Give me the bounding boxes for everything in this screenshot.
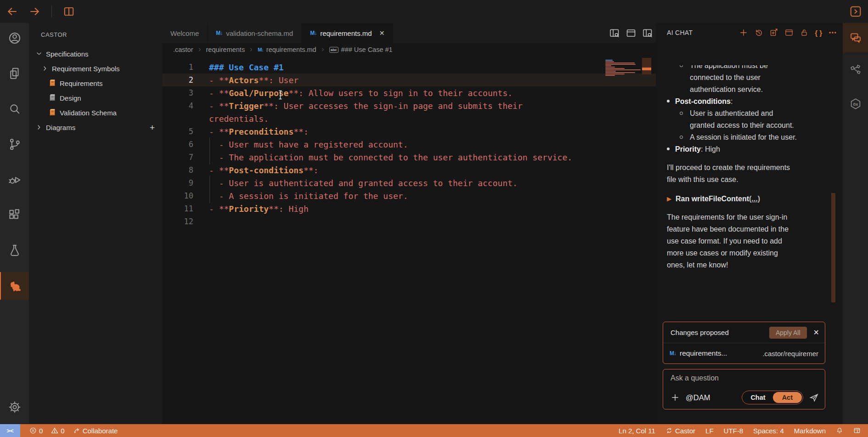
activity-item-extensions[interactable] — [0, 201, 29, 229]
code-editor[interactable]: 1### Use Case #12- **Actors**: User3- **… — [162, 56, 656, 424]
code-line[interactable]: 12 — [162, 215, 656, 228]
activity-item-account[interactable] — [0, 24, 29, 52]
right-bar-item-chat-bubbles[interactable] — [843, 23, 868, 52]
remote-indicator[interactable]: >< — [0, 424, 20, 437]
forward-arrow-icon[interactable] — [28, 6, 40, 17]
status-item-collaborate[interactable]: Collaborate — [69, 424, 122, 437]
sidebar-item-validation-schema[interactable]: Validation Schema — [29, 105, 162, 120]
status-item-markdown[interactable]: Markdown — [790, 424, 829, 437]
settings-gear-icon — [8, 400, 22, 414]
code-line[interactable]: 2- **Actors**: User — [162, 74, 656, 86]
chat-input-card: @DAM Chat Act — [663, 369, 825, 409]
code-line[interactable]: 9 - User is authenticated and granted ac… — [162, 176, 656, 189]
status-item-warning-triangle[interactable]: 0 — [47, 424, 68, 437]
mode-act[interactable]: Act — [773, 392, 802, 403]
test-flask-icon — [8, 244, 22, 257]
chat-paragraph: I'll proceed to create the requirements … — [667, 162, 834, 186]
breadcrumb-item[interactable]: .castor — [173, 46, 193, 53]
add-diagram-button[interactable]: + — [150, 123, 155, 132]
code-line[interactable]: 5- **Preconditions**: — [162, 125, 656, 138]
changed-file-name: requirements... — [680, 349, 727, 358]
split-editor-icon[interactable] — [63, 6, 75, 17]
unlock-icon[interactable] — [800, 28, 809, 37]
sidebar-item-requirements[interactable]: Requirements — [29, 76, 162, 91]
line-number: 11 — [162, 204, 193, 213]
code-line[interactable]: 7 - The application must be connected to… — [162, 151, 656, 164]
back-arrow-icon[interactable] — [6, 6, 18, 17]
code-line[interactable]: 1### Use Case #1 — [162, 61, 656, 74]
tool-call-row[interactable]: ▶Ran writeFileContent(...) — [667, 193, 834, 205]
export-file-icon[interactable] — [769, 28, 778, 37]
chat-header-icons: { } — [739, 28, 837, 37]
panel-chevron-icon[interactable] — [850, 6, 862, 17]
titlebar-divider — [51, 6, 52, 17]
code-line[interactable]: 8- **Post-conditions**: — [162, 164, 656, 176]
minimap[interactable] — [605, 60, 641, 76]
status-item-error-circle[interactable]: 0 — [26, 424, 46, 437]
chat-message: Post-conditions: — [667, 96, 834, 108]
more-icon[interactable] — [828, 28, 837, 37]
close-icon[interactable]: ✕ — [379, 29, 385, 37]
breadcrumb-item[interactable]: abc### Use Case #1 — [329, 46, 393, 53]
breadcrumb-item[interactable]: M↓requirements.md — [258, 46, 316, 53]
chevron-right-icon — [35, 124, 43, 131]
code-line[interactable]: credentials. — [162, 112, 656, 125]
status-item-ln-2-col-11[interactable]: Ln 2, Col 11 — [615, 424, 659, 437]
tool-call-args[interactable]: (...) — [749, 193, 760, 205]
sidebar-item-design[interactable]: Design — [29, 91, 162, 105]
open-preview-side-icon[interactable] — [609, 28, 620, 39]
braces-icon[interactable]: { } — [815, 29, 822, 37]
expand-triangle-icon[interactable]: ▶ — [667, 193, 671, 205]
status-item-spaces-4[interactable]: Spaces: 4 — [750, 424, 788, 437]
activity-item-run-debug[interactable] — [0, 166, 29, 193]
chat-scrollbar[interactable] — [831, 193, 835, 302]
breadcrumb-label: requirements.md — [266, 46, 316, 53]
activity-item-search[interactable] — [0, 95, 29, 123]
layout-panel-icon[interactable] — [626, 28, 637, 39]
activity-item-explorer-files[interactable] — [0, 60, 29, 87]
changed-file-row[interactable]: M↓ requirements... .castor/requiremer — [663, 343, 825, 363]
chat-message: User is authenticated and granted access… — [680, 108, 834, 131]
send-icon[interactable] — [809, 392, 819, 403]
sidebar-item-label: Requirement Symbols — [52, 65, 120, 73]
activity-item-castor-beaver[interactable] — [0, 272, 29, 300]
open-preview-side-icon[interactable] — [642, 28, 653, 39]
tab-validation-schema-md[interactable]: M↓validation-schema.md — [208, 23, 302, 43]
sidebar-item-diagrams[interactable]: Diagrams+ — [29, 120, 162, 135]
status-item-layout-status[interactable] — [850, 424, 864, 437]
apply-all-button[interactable]: Apply All — [769, 327, 807, 339]
attach-plus-icon[interactable] — [671, 393, 680, 402]
activity-item-test-flask[interactable] — [0, 237, 29, 264]
close-icon[interactable]: ✕ — [813, 328, 819, 337]
chat-sub-bullet-text: User is authenticated and granted access… — [690, 108, 794, 131]
code-line[interactable]: 3- **Goal/Purpose**: Allow users to sign… — [162, 86, 656, 99]
breadcrumb-item[interactable]: requirements — [206, 46, 245, 53]
code-line[interactable]: 4- **Trigger**: User accesses the sign-i… — [162, 99, 656, 112]
sidebar-item-specifications[interactable]: Specifications — [29, 46, 162, 61]
plus-icon[interactable] — [739, 28, 748, 37]
status-item-utf-8[interactable]: UTF-8 — [720, 424, 747, 437]
mode-chat[interactable]: Chat — [743, 394, 772, 401]
status-item-bell[interactable] — [832, 424, 847, 437]
sidebar-item-requirement-symbols[interactable]: Requirement Symbols — [29, 61, 162, 76]
chat-message: A session is initiated for the user. — [680, 131, 834, 143]
code-line[interactable]: 10 - A session is initiated for the user… — [162, 189, 656, 202]
tab-requirements-md[interactable]: M↓requirements.md✕ — [302, 23, 393, 43]
code-line[interactable]: 11- **Priority**: High — [162, 202, 656, 215]
chat-act-toggle[interactable]: Chat Act — [742, 391, 803, 404]
ask-input[interactable] — [671, 374, 818, 382]
sidebar-item-label: Requirements — [60, 79, 102, 87]
layout-panel-icon[interactable] — [784, 28, 794, 37]
mention-dam[interactable]: @DAM — [686, 393, 710, 402]
scrollbar-overview-ruler[interactable] — [642, 58, 651, 74]
history-icon[interactable] — [754, 28, 763, 37]
status-item-castor[interactable]: Castor — [662, 424, 699, 437]
changes-proposed-card: Changes proposed Apply All ✕ M↓ requirem… — [663, 322, 825, 364]
code-line[interactable]: 6 - User must have a registered account. — [162, 138, 656, 151]
activity-item-source-control[interactable] — [0, 131, 29, 158]
activity-item-settings-gear[interactable] — [0, 393, 29, 421]
right-bar-item-hex-0x[interactable]: 0x — [843, 89, 868, 119]
tab-welcome[interactable]: Welcome — [162, 23, 208, 43]
right-bar-item-flow-nodes[interactable] — [843, 55, 868, 85]
status-item-lf[interactable]: LF — [702, 424, 717, 437]
